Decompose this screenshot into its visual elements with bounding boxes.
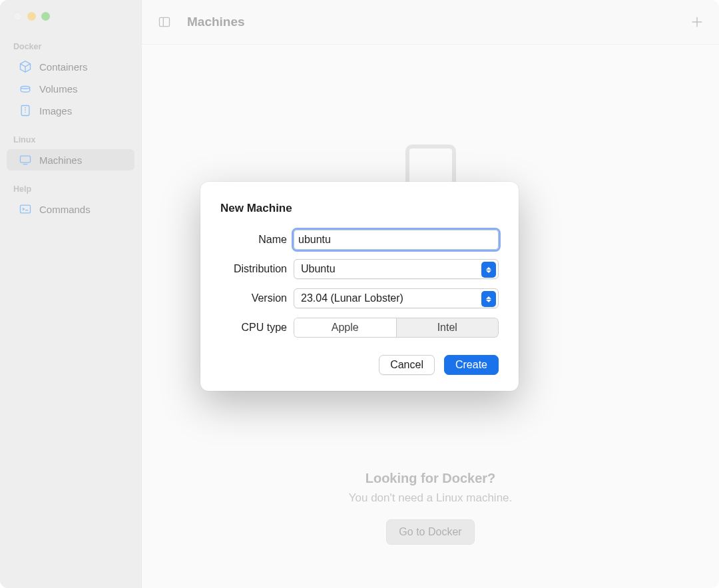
chevron-up-down-icon xyxy=(481,262,496,278)
version-value: 23.04 (Lunar Lobster) xyxy=(301,292,403,304)
cpu-type-label: CPU type xyxy=(220,322,294,334)
app-window: Docker Containers Volumes Images Linux M… xyxy=(0,0,719,588)
version-label: Version xyxy=(220,292,294,304)
new-machine-dialog: New Machine Name Distribution Ubuntu Ver… xyxy=(200,182,519,391)
cpu-option-apple[interactable]: Apple xyxy=(294,318,397,338)
cpu-option-intel[interactable]: Intel xyxy=(397,318,499,338)
distribution-label: Distribution xyxy=(220,263,294,275)
modal-overlay: New Machine Name Distribution Ubuntu Ver… xyxy=(0,0,719,588)
cpu-type-segmented: Apple Intel xyxy=(294,318,499,338)
version-select[interactable]: 23.04 (Lunar Lobster) xyxy=(294,288,499,308)
name-input[interactable] xyxy=(294,230,499,250)
distribution-value: Ubuntu xyxy=(301,263,336,275)
distribution-select[interactable]: Ubuntu xyxy=(294,259,499,279)
cancel-button[interactable]: Cancel xyxy=(379,355,435,375)
dialog-title: New Machine xyxy=(220,202,499,215)
chevron-up-down-icon xyxy=(481,291,496,307)
create-button[interactable]: Create xyxy=(444,355,499,375)
name-label: Name xyxy=(220,234,294,246)
